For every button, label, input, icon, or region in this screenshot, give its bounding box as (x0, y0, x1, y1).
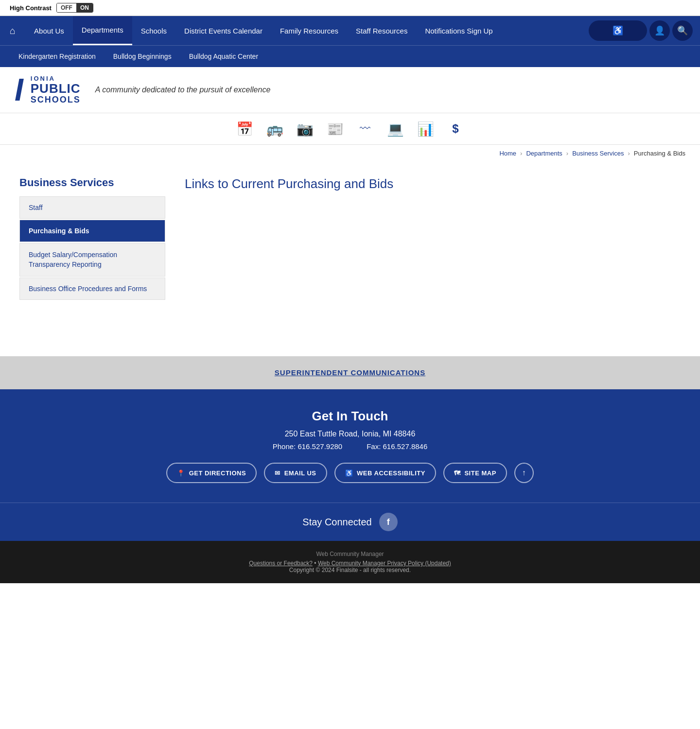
get-directions-button[interactable]: 📍 GET DIRECTIONS (166, 463, 257, 483)
content-title: Links to Current Purchasing and Bids (185, 176, 681, 196)
bottom-links: Questions or Feedback? • Web Community M… (10, 560, 690, 567)
high-contrast-toggle[interactable]: OFF ON (56, 3, 93, 13)
stay-connected-section: Stay Connected f (0, 503, 700, 541)
calendar-icon[interactable]: 📅 (234, 118, 255, 139)
nav-notifications[interactable]: Notifications Sign Up (416, 16, 501, 45)
wcm-label: Web Community Manager (10, 551, 690, 557)
footer-title: Get In Touch (10, 409, 690, 424)
stay-connected-title: Stay Connected (302, 517, 371, 528)
facebook-icon: f (387, 517, 390, 527)
user-icon: 👤 (654, 25, 665, 36)
logo-schools: SCHOOLS (31, 95, 81, 105)
logo-text: IONIA PUBLIC SCHOOLS (31, 75, 81, 105)
logo-letter-i: I (15, 74, 23, 105)
breadcrumb-business-services[interactable]: Business Services (572, 150, 624, 157)
footer-phone: Phone: 616.527.9280 (273, 442, 342, 451)
copyright: Copyright © 2024 Finalsite - all rights … (10, 567, 690, 573)
site-map-button[interactable]: 🗺 SITE MAP (443, 463, 507, 483)
toggle-on[interactable]: ON (76, 3, 93, 12)
sidebar-item-business-office[interactable]: Business Office Procedures and Forms (19, 278, 165, 300)
footer-fax: Fax: 616.527.8846 (367, 442, 427, 451)
logo-public: PUBLIC (31, 82, 81, 95)
money-icon[interactable]: $ (445, 118, 466, 139)
bus-icon[interactable]: 🚌 (264, 118, 285, 139)
nav-about-us[interactable]: About Us (25, 16, 73, 45)
nav-departments[interactable]: Departments (73, 16, 132, 45)
sitemap-icon: 🗺 (454, 469, 461, 477)
questions-link[interactable]: Questions or Feedback? (249, 560, 313, 567)
logo-area: I IONIA PUBLIC SCHOOLS (15, 74, 81, 105)
bottom-bar: Web Community Manager Questions or Feedb… (0, 541, 700, 583)
accessibility-button[interactable]: ♿ (589, 20, 647, 41)
up-arrow-icon: ↑ (522, 469, 526, 477)
web-accessibility-button[interactable]: ♿ WEB ACCESSIBILITY (334, 463, 436, 483)
accessibility-icon: ♿ (612, 25, 623, 36)
nav-kindergarten[interactable]: Kindergarten Registration (10, 46, 105, 67)
nav-schools[interactable]: Schools (132, 16, 175, 45)
footer-phone-fax: Phone: 616.527.9280 Fax: 616.527.8846 (10, 442, 690, 451)
email-us-button[interactable]: ✉ EMAIL US (264, 463, 327, 483)
nav-right-icons: ♿ 👤 🔍 (581, 16, 700, 45)
scroll-up-button[interactable]: ↑ (514, 463, 534, 483)
content-area: Links to Current Purchasing and Bids (185, 176, 681, 342)
separator: • (314, 560, 316, 567)
breadcrumb-sep-3: › (628, 150, 630, 157)
search-icon: 🔍 (677, 25, 688, 36)
secondary-nav: Kindergarten Registration Bulldog Beginn… (0, 45, 700, 67)
breadcrumb-departments[interactable]: Departments (526, 150, 562, 157)
sidebar-item-budget[interactable]: Budget Salary/Compensation Transparency … (19, 243, 165, 277)
sidebar-item-staff[interactable]: Staff (19, 196, 165, 219)
user-button[interactable]: 👤 (649, 20, 670, 41)
site-tagline: A community dedicated to the pursuit of … (95, 86, 271, 94)
breadcrumb-sep-2: › (566, 150, 568, 157)
superintendent-link[interactable]: SUPERINTENDENT COMMUNICATIONS (275, 368, 425, 377)
wifi-icon[interactable]: 〰 (354, 118, 376, 139)
high-contrast-label: High Contrast (10, 4, 52, 12)
site-header: I IONIA PUBLIC SCHOOLS A community dedic… (0, 67, 700, 113)
facebook-button[interactable]: f (379, 513, 398, 531)
nav-bulldog-beginnings[interactable]: Bulldog Beginnings (105, 46, 180, 67)
breadcrumb-home[interactable]: Home (499, 150, 516, 157)
toggle-off[interactable]: OFF (57, 3, 76, 12)
nav-bulldog-aquatic[interactable]: Bulldog Aquatic Center (180, 46, 267, 67)
breadcrumb-sep-1: › (520, 150, 522, 157)
breadcrumb: Home › Departments › Business Services ›… (0, 145, 700, 162)
icon-strip: 📅 🚌 📷 📰 〰 💻 📊 $ (0, 113, 700, 145)
search-button[interactable]: 🔍 (672, 20, 693, 41)
nav-staff-resources[interactable]: Staff Resources (347, 16, 416, 45)
sidebar-title: Business Services (19, 176, 165, 189)
breadcrumb-current: Purchasing & Bids (634, 150, 685, 157)
camera-icon[interactable]: 📷 (294, 118, 315, 139)
privacy-link[interactable]: Web Community Manager Privacy Policy (Up… (318, 560, 451, 567)
footer: Get In Touch 250 East Tuttle Road, Ionia… (0, 389, 700, 503)
report-icon[interactable]: 📊 (415, 118, 436, 139)
email-icon: ✉ (275, 469, 280, 477)
main-content: Business Services Staff Purchasing & Bid… (0, 162, 700, 356)
portal-icon[interactable]: 💻 (385, 118, 406, 139)
sidebar-item-purchasing[interactable]: Purchasing & Bids (19, 220, 165, 242)
main-nav: ⌂ About Us Departments Schools District … (0, 16, 700, 45)
sidebar-menu: Staff Purchasing & Bids Budget Salary/Co… (19, 196, 165, 300)
top-bar: High Contrast OFF ON (0, 0, 700, 16)
directions-icon: 📍 (177, 469, 185, 477)
sidebar: Business Services Staff Purchasing & Bid… (19, 176, 165, 342)
nav-district-events[interactable]: District Events Calendar (175, 16, 271, 45)
news-icon[interactable]: 📰 (324, 118, 346, 139)
superintendent-section: SUPERINTENDENT COMMUNICATIONS (0, 356, 700, 389)
home-button[interactable]: ⌂ (0, 16, 25, 45)
accessibility-footer-icon: ♿ (345, 469, 353, 477)
nav-family-resources[interactable]: Family Resources (271, 16, 347, 45)
footer-address: 250 East Tuttle Road, Ionia, MI 48846 (10, 430, 690, 438)
footer-buttons: 📍 GET DIRECTIONS ✉ EMAIL US ♿ WEB ACCESS… (10, 463, 690, 483)
